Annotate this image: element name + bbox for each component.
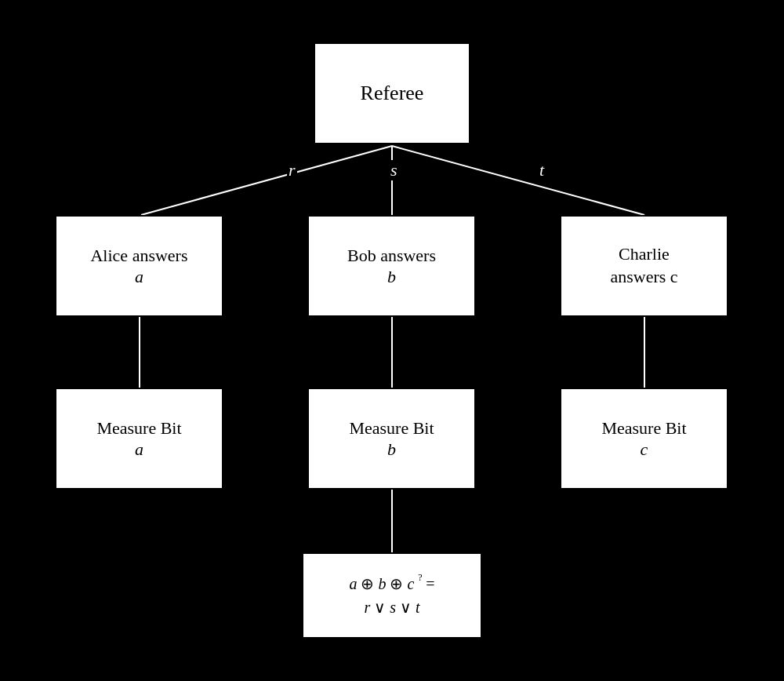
bob-text-line1: Bob answers	[347, 245, 436, 268]
alice-box: Alice answers a	[55, 215, 223, 317]
svg-line-2	[392, 146, 644, 215]
measure-charlie-box: Measure Bit c	[560, 388, 728, 490]
label-t: t	[538, 160, 546, 180]
referee-box: Referee	[314, 42, 470, 144]
measure-alice-box: Measure Bit a	[55, 388, 223, 490]
formula-box: a ⊕ b ⊕ c ?= r ∨ s ∨ t	[302, 552, 482, 639]
alice-text-line1: Alice answers	[90, 245, 187, 268]
formula-line1: a ⊕ b ⊕ c ?=	[349, 572, 434, 595]
referee-label: Referee	[361, 82, 424, 105]
charlie-text-line2: answers c	[610, 266, 677, 289]
measure-alice-line2: a	[135, 439, 143, 460]
measure-bob-box: Measure Bit b	[307, 388, 476, 490]
measure-alice-line1: Measure Bit	[96, 417, 181, 440]
measure-bob-line2: b	[387, 439, 396, 460]
charlie-text-line1: Charlie	[619, 243, 670, 266]
label-r: r	[287, 160, 297, 180]
bob-box: Bob answers b	[307, 215, 476, 317]
formula-line2: r ∨ s ∨ t	[364, 595, 419, 619]
measure-bob-line1: Measure Bit	[349, 417, 434, 440]
label-s: s	[389, 160, 399, 180]
svg-line-0	[141, 146, 392, 215]
bob-text-line2: b	[387, 267, 396, 287]
alice-text-line2: a	[135, 267, 143, 287]
measure-charlie-line1: Measure Bit	[601, 417, 686, 440]
measure-charlie-line2: c	[641, 439, 648, 460]
charlie-box: Charlie answers c	[560, 215, 728, 317]
